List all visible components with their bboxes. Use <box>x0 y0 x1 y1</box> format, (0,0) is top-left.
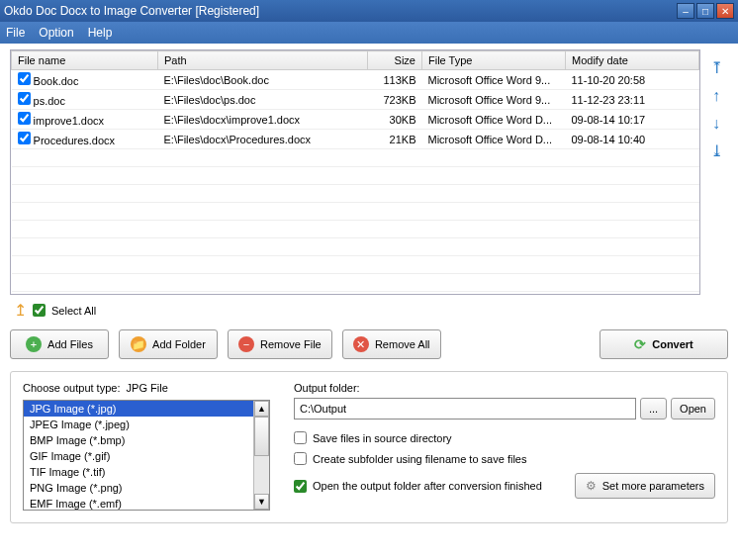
create-subfolder-checkbox[interactable] <box>294 452 307 465</box>
remove-file-button[interactable]: − Remove File <box>228 329 332 359</box>
table-row[interactable]: improve1.docxE:\Files\docx\improve1.docx… <box>12 110 699 130</box>
row-path: E:\Files\doc\Book.doc <box>158 70 368 90</box>
close-button[interactable]: ✕ <box>716 3 734 19</box>
menu-file[interactable]: File <box>6 26 25 40</box>
row-path: E:\Files\docx\Procedures.docx <box>158 130 368 149</box>
table-row[interactable]: ps.docE:\Files\doc\ps.doc723KBMicrosoft … <box>12 90 699 110</box>
output-type-label: Choose output type: <box>23 382 120 394</box>
list-item[interactable]: JPG Image (*.jpg) <box>24 401 253 417</box>
remove-all-button[interactable]: ✕ Remove All <box>342 329 441 359</box>
list-item[interactable]: EMF Image (*.emf) <box>24 496 253 510</box>
col-filetype[interactable]: File Type <box>422 51 566 70</box>
menubar: File Option Help <box>0 22 738 44</box>
row-size: 21KB <box>368 130 422 149</box>
row-date: 09-08-14 10:17 <box>566 110 699 130</box>
open-folder-button[interactable]: Open <box>671 398 715 420</box>
listbox-scrollbar[interactable]: ▲ ▼ <box>253 401 269 510</box>
window-title: Okdo Doc Docx to Image Converter [Regist… <box>4 4 677 18</box>
save-source-checkbox[interactable] <box>294 431 307 444</box>
row-size: 723KB <box>368 90 422 110</box>
list-item[interactable]: GIF Image (*.gif) <box>24 448 253 464</box>
output-folder-label: Output folder: <box>294 382 715 394</box>
row-type: Microsoft Office Word D... <box>422 110 566 130</box>
row-checkbox[interactable] <box>18 92 31 105</box>
convert-icon: ⟳ <box>634 336 646 352</box>
row-checkbox[interactable] <box>18 112 31 125</box>
table-row[interactable]: Book.docE:\Files\doc\Book.doc113KBMicros… <box>12 70 699 90</box>
row-date: 11-12-23 23:11 <box>566 90 699 110</box>
titlebar: Okdo Doc Docx to Image Converter [Regist… <box>0 0 738 22</box>
row-date: 11-10-20 20:58 <box>566 70 699 90</box>
minimize-button[interactable]: – <box>677 3 694 19</box>
minus-icon: − <box>238 336 254 352</box>
row-type: Microsoft Office Word 9... <box>422 70 566 90</box>
maximize-button[interactable]: □ <box>696 3 714 19</box>
move-bottom-icon[interactable]: ⤓ <box>707 142 725 160</box>
row-size: 113KB <box>368 70 422 90</box>
col-size[interactable]: Size <box>368 51 422 70</box>
save-source-label: Save files in source directory <box>313 432 452 444</box>
open-after-label: Open the output folder after conversion … <box>313 480 542 492</box>
list-item[interactable]: JPEG Image (*.jpeg) <box>24 417 253 432</box>
set-more-parameters-button[interactable]: ⚙ Set more parameters <box>575 473 715 499</box>
gear-icon: ⚙ <box>586 479 597 493</box>
add-files-button[interactable]: + Add Files <box>10 329 109 359</box>
row-path: E:\Files\docx\improve1.docx <box>158 110 368 130</box>
output-folder-input[interactable] <box>294 398 636 420</box>
x-icon: ✕ <box>353 336 369 352</box>
up-arrow-icon: ↥ <box>14 301 27 320</box>
row-type: Microsoft Office Word D... <box>422 130 566 149</box>
col-path[interactable]: Path <box>158 51 368 70</box>
scroll-up-icon[interactable]: ▲ <box>254 401 269 417</box>
col-filename[interactable]: File name <box>12 51 158 70</box>
output-type-current: JPG File <box>127 382 168 394</box>
scroll-thumb[interactable] <box>254 417 269 456</box>
browse-button[interactable]: ... <box>640 398 667 420</box>
move-down-icon[interactable]: ↓ <box>707 115 725 133</box>
menu-option[interactable]: Option <box>39 26 73 40</box>
add-folder-button[interactable]: 📁 Add Folder <box>119 329 218 359</box>
create-subfolder-label: Create subfolder using filename to save … <box>313 453 526 465</box>
col-modify[interactable]: Modify date <box>566 51 699 70</box>
row-type: Microsoft Office Word 9... <box>422 90 566 110</box>
folder-icon: 📁 <box>131 336 146 352</box>
select-all-label: Select All <box>51 305 96 317</box>
list-item[interactable]: BMP Image (*.bmp) <box>24 432 253 448</box>
row-date: 09-08-14 10:40 <box>566 130 699 149</box>
select-all-checkbox[interactable] <box>33 304 46 317</box>
row-path: E:\Files\doc\ps.doc <box>158 90 368 110</box>
move-up-icon[interactable]: ↑ <box>707 87 725 105</box>
output-type-listbox[interactable]: JPG Image (*.jpg)JPEG Image (*.jpeg)BMP … <box>23 400 270 511</box>
file-table[interactable]: File name Path Size File Type Modify dat… <box>10 49 700 295</box>
list-item[interactable]: TIF Image (*.tif) <box>24 464 253 480</box>
move-top-icon[interactable]: ⤒ <box>707 59 725 77</box>
menu-help[interactable]: Help <box>88 26 113 40</box>
convert-button[interactable]: ⟳ Convert <box>600 329 728 359</box>
row-checkbox[interactable] <box>18 72 31 85</box>
list-item[interactable]: PNG Image (*.png) <box>24 480 253 496</box>
row-checkbox[interactable] <box>18 132 31 144</box>
plus-icon: + <box>26 336 42 352</box>
row-size: 30KB <box>368 110 422 130</box>
table-row[interactable]: Procedures.docxE:\Files\docx\Procedures.… <box>12 130 699 149</box>
open-after-checkbox[interactable] <box>294 480 307 493</box>
scroll-down-icon[interactable]: ▼ <box>254 494 269 510</box>
